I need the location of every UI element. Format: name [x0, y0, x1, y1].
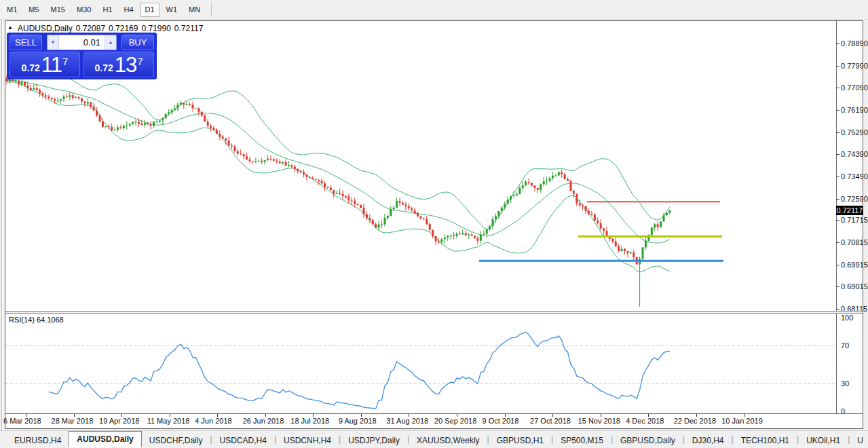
candle-body [15, 81, 17, 81]
timeframe-w1-button[interactable]: W1 [162, 3, 183, 17]
chart-tab-usdcnh-h4[interactable]: USDCNH,H4 [276, 433, 339, 447]
candle-body [75, 97, 77, 98]
price-tick [836, 176, 839, 177]
candle-body [297, 169, 299, 171]
ohlc-open: 0.72087 [76, 24, 105, 33]
price-tick [836, 199, 839, 200]
price-tick [836, 66, 839, 67]
candle-body [246, 156, 248, 160]
candle-body [222, 136, 224, 138]
bid-price-button[interactable]: 0.72 11 7 [10, 52, 80, 77]
chart-tab-usdjpy-daily[interactable]: USDJPY,Daily [341, 433, 407, 447]
time-axis-label: 31 Aug 2018 [386, 417, 428, 425]
candle-body [204, 115, 206, 122]
price-axis-label: 0.72590 [841, 195, 868, 203]
candle-body [381, 224, 383, 225]
timeframe-mn-button[interactable]: MN [184, 3, 205, 17]
candle-body [461, 233, 464, 234]
candle-body [657, 224, 659, 227]
timeframe-m30-button[interactable]: M30 [72, 3, 96, 17]
price-chart-canvas[interactable] [5, 21, 836, 413]
candle-body [438, 241, 440, 242]
price-tick [836, 132, 839, 133]
candle-body [450, 236, 452, 237]
chart-tab-tech100-h1[interactable]: TECH100,H1 [734, 433, 797, 447]
candle-body [618, 246, 620, 251]
candle-body [165, 114, 167, 118]
candle-body [45, 95, 47, 96]
chart-tab-eurusd-h4[interactable]: EURUSD,H4 [7, 433, 69, 447]
candle-body [192, 105, 194, 109]
candle-body [611, 239, 614, 242]
candle-body [633, 253, 635, 257]
chart-tab-audusd-daily[interactable]: AUDUSD,Daily [69, 431, 141, 447]
timeframe-m5-button[interactable]: M5 [24, 3, 43, 17]
ask-price-button[interactable]: 0.72 13 7 [83, 52, 154, 77]
candle-body [201, 112, 203, 116]
timeframe-m15-button[interactable]: M15 [46, 3, 70, 17]
sell-button[interactable]: SELL [10, 35, 42, 50]
candle-body [183, 103, 185, 105]
candle-body [93, 107, 95, 111]
chart-window[interactable]: ▲ AUDUSD,Daily0.720870.721690.719900.721… [5, 20, 863, 429]
lot-decrease-button[interactable]: ▼ [48, 35, 59, 50]
lot-size-value[interactable]: 0.01 [59, 35, 105, 50]
current-price-tag: 0.72117 [836, 206, 863, 215]
chart-tab-u[interactable]: U [850, 433, 868, 447]
one-click-collapse-icon[interactable]: ▲ [7, 25, 13, 31]
chart-tab-ukoil-h1[interactable]: UKOil,H1 [799, 433, 848, 447]
candle-body [132, 122, 134, 124]
price-axis-border [836, 21, 837, 413]
candle-body [654, 224, 656, 227]
chart-tab-sp500-m15[interactable]: SP500,M15 [553, 433, 611, 447]
candle-body [476, 238, 478, 241]
candle-body [126, 125, 128, 126]
rsi-axis-label: 70 [841, 341, 868, 350]
timeframe-h1-button[interactable]: H1 [98, 3, 117, 17]
lot-increase-button[interactable]: ▲ [105, 35, 116, 50]
candle-body [231, 145, 233, 146]
candle-body [294, 166, 296, 169]
buy-button[interactable]: BUY [121, 35, 154, 50]
candle-body [540, 184, 542, 190]
toolbar-separator [211, 3, 212, 16]
ohlc-close: 0.72117 [174, 24, 204, 33]
candle-body [486, 229, 488, 234]
candle-body [411, 208, 413, 210]
bollinger-band-line [7, 81, 670, 272]
candle-body [156, 122, 158, 122]
candle-body [105, 126, 107, 127]
candle-body [518, 188, 521, 194]
ask-price-prefix: 0.72 [94, 60, 113, 75]
candle-body [357, 204, 359, 205]
candle-body [321, 181, 323, 183]
rsi-axis-label: 100 [841, 314, 868, 322]
timeframe-m1-button[interactable]: M1 [2, 3, 22, 17]
candle-body [69, 95, 71, 97]
chart-tab-dj30-h4[interactable]: DJ30,H4 [685, 433, 732, 447]
candle-body [666, 212, 668, 215]
candle-body [624, 249, 626, 251]
timeframe-h4-button[interactable]: H4 [119, 3, 138, 17]
candle-body [429, 224, 431, 229]
time-axis-label: 26 Jun 2018 [243, 417, 284, 425]
indicator-pane-divider[interactable] [5, 311, 863, 314]
time-axis-label: 4 Jun 2018 [195, 417, 231, 425]
chart-tab-xauusd-weekly[interactable]: XAUUSD,Weekly [409, 433, 487, 447]
candle-body [456, 234, 458, 236]
candle-body [558, 172, 560, 176]
candle-body [225, 138, 227, 141]
timeframe-d1-button[interactable]: D1 [140, 3, 159, 17]
candle-body [561, 172, 563, 174]
candle-body [630, 253, 632, 253]
time-axis-label: 22 Dec 2018 [674, 417, 716, 425]
time-axis[interactable]: 6 Mar 201828 Mar 201819 Apr 201811 May 2… [5, 413, 863, 428]
chart-tab-usdcad-h4[interactable]: USDCAD,H4 [212, 433, 274, 447]
price-tick [836, 154, 839, 155]
chart-tab-gbpusd-h1[interactable]: GBPUSD,H1 [489, 433, 551, 447]
candle-body [135, 122, 137, 122]
candle-body [483, 234, 485, 235]
chart-tab-gbpusd-daily[interactable]: GBPUSD,Daily [613, 433, 683, 447]
chart-tab-usdchf-daily[interactable]: USDCHF,Daily [142, 433, 210, 447]
candle-body [168, 112, 170, 113]
